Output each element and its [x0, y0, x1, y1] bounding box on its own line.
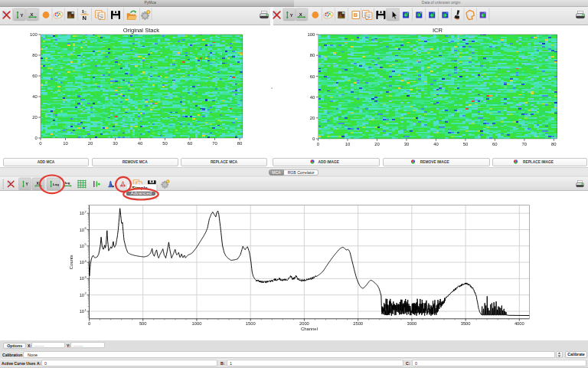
- svg-text:500: 500: [139, 321, 147, 326]
- svg-text:80: 80: [32, 53, 38, 58]
- svg-text:0: 0: [39, 141, 42, 146]
- svg-text:5: 5: [85, 242, 87, 246]
- svg-text:0: 0: [35, 136, 38, 140]
- svg-text:N: N: [83, 15, 87, 21]
- svg-text:40: 40: [310, 95, 315, 100]
- svg-text:30: 30: [404, 142, 410, 146]
- svg-text:40: 40: [32, 94, 38, 99]
- svg-text:Y: Y: [26, 182, 29, 186]
- svg-text:FIT: FIT: [120, 184, 126, 188]
- svg-text:1: 1: [85, 308, 87, 312]
- svg-text:Original Stack: Original Stack: [123, 27, 159, 34]
- svg-text:Channel: Channel: [301, 327, 318, 331]
- svg-text:X: X: [299, 12, 302, 17]
- svg-text:20: 20: [310, 116, 315, 120]
- svg-text:1500: 1500: [246, 321, 256, 326]
- svg-text:40: 40: [433, 142, 439, 146]
- svg-text:ICR: ICR: [433, 27, 443, 34]
- svg-text:60: 60: [492, 142, 498, 146]
- svg-text:80: 80: [310, 53, 315, 58]
- svg-text:10: 10: [80, 309, 84, 314]
- svg-text:10: 10: [63, 141, 68, 146]
- svg-text:80: 80: [237, 141, 243, 146]
- svg-text:50: 50: [162, 141, 168, 146]
- svg-text:10: 10: [80, 244, 84, 248]
- svg-text:0: 0: [312, 136, 315, 141]
- svg-text:0: 0: [88, 321, 90, 326]
- svg-text:6: 6: [85, 226, 87, 230]
- svg-text:3: 3: [85, 275, 87, 279]
- svg-text:Log: Log: [53, 182, 59, 186]
- svg-text:20: 20: [374, 142, 380, 146]
- svg-text:4: 4: [85, 259, 87, 263]
- svg-text:100: 100: [307, 32, 315, 37]
- svg-text:100: 100: [30, 32, 38, 37]
- svg-text:60: 60: [310, 74, 315, 79]
- svg-text:X: X: [31, 12, 34, 17]
- svg-text:50: 50: [463, 142, 469, 146]
- svg-text:Y: Y: [290, 13, 293, 18]
- svg-text:60: 60: [32, 74, 38, 78]
- svg-text:1000: 1000: [192, 321, 202, 326]
- svg-text:3500: 3500: [461, 321, 471, 326]
- svg-text:60: 60: [188, 141, 193, 146]
- svg-text:2: 2: [85, 291, 87, 295]
- svg-text:80: 80: [551, 142, 557, 146]
- svg-text:40: 40: [138, 141, 143, 146]
- svg-text:Y: Y: [21, 13, 24, 18]
- svg-text:log: log: [65, 181, 70, 185]
- svg-text:3000: 3000: [407, 321, 416, 326]
- svg-text:4000: 4000: [514, 321, 524, 326]
- svg-text:10: 10: [80, 293, 84, 297]
- svg-text:20: 20: [88, 141, 93, 146]
- svg-text:2500: 2500: [353, 321, 363, 326]
- svg-text:2000: 2000: [299, 321, 309, 326]
- svg-text:20: 20: [32, 115, 38, 120]
- svg-text:Advanced: Advanced: [131, 190, 152, 196]
- svg-text:7: 7: [85, 210, 87, 214]
- svg-text:30: 30: [113, 141, 118, 146]
- svg-text:B: B: [354, 12, 358, 18]
- svg-text:10: 10: [345, 142, 351, 146]
- svg-text:Counts: Counts: [70, 255, 74, 269]
- svg-text:70: 70: [522, 142, 528, 146]
- svg-text:70: 70: [212, 141, 217, 146]
- svg-text:10: 10: [80, 211, 84, 215]
- svg-text:X: X: [36, 181, 39, 186]
- svg-text:0: 0: [317, 142, 320, 146]
- svg-text:10: 10: [80, 228, 84, 232]
- svg-text:10: 10: [80, 260, 84, 264]
- svg-text:10: 10: [80, 276, 84, 281]
